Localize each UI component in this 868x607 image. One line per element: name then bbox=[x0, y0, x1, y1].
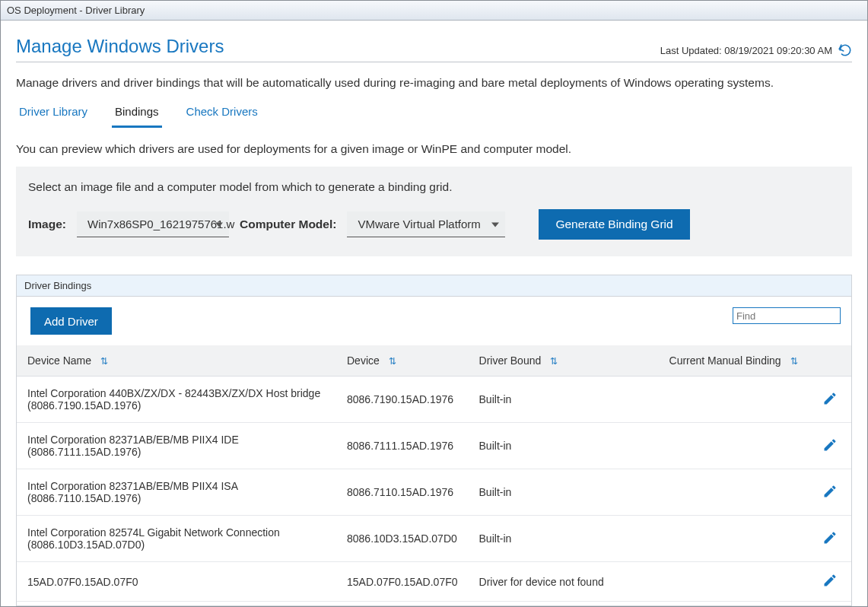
cell-edit bbox=[812, 562, 851, 602]
cell-driver-bound: Built-in bbox=[469, 469, 659, 516]
model-label: Computer Model: bbox=[240, 218, 336, 231]
generate-binding-grid-button[interactable]: Generate Binding Grid bbox=[539, 209, 689, 240]
app-window: OS Deployment - Driver Library Manage Wi… bbox=[0, 0, 868, 607]
cell-device-name: Intel Corporation 82574L Gigabit Network… bbox=[17, 516, 336, 562]
cell-device: 8086.7110.15AD.1976 bbox=[336, 469, 469, 516]
edit-icon[interactable] bbox=[822, 484, 838, 499]
driver-bindings-grid: Driver Bindings Add Driver Device Name ⇅ bbox=[16, 275, 852, 606]
window-title: OS Deployment - Driver Library bbox=[7, 5, 145, 16]
col-header-driver-bound[interactable]: Driver Bound ⇅ bbox=[469, 345, 659, 377]
cell-driver-bound: Built-in bbox=[469, 377, 659, 423]
table-row: 15AD.07F0.15AD.07F015AD.07F0.15AD.07F0Dr… bbox=[17, 562, 851, 602]
cell-device-name: Intel Corporation 82371AB/EB/MB PIIX4 IS… bbox=[17, 469, 336, 516]
sort-icon[interactable]: ⇅ bbox=[389, 356, 396, 367]
cell-device-name: Intel Corporation 82371AB/EB/MB PIIX4 ID… bbox=[17, 423, 336, 469]
sort-icon[interactable]: ⇅ bbox=[100, 356, 108, 367]
cell-device: 15AD.07F0.15AD.07F0 bbox=[336, 562, 469, 602]
col-header-device[interactable]: Device ⇅ bbox=[336, 345, 469, 377]
sort-icon[interactable]: ⇅ bbox=[790, 356, 798, 367]
table-row: Intel Corporation 82574L Gigabit Network… bbox=[17, 516, 851, 562]
tab-driver-library[interactable]: Driver Library bbox=[16, 100, 91, 128]
cell-device-name: 15AD.07F0.15AD.07F0 bbox=[17, 562, 336, 602]
cell-manual-binding bbox=[659, 516, 812, 562]
page-title: Manage Windows Drivers bbox=[16, 36, 224, 57]
table-row: Intel Corporation 82371AB/EB/MB PIIX4 ID… bbox=[17, 423, 851, 469]
cell-manual-binding bbox=[659, 423, 812, 469]
cell-device: 8086.7190.15AD.1976 bbox=[336, 377, 469, 423]
selector-row: Image: Win7x86SP0_1621975761.w Computer … bbox=[28, 209, 840, 240]
cell-driver-bound: Built-in bbox=[469, 423, 659, 469]
col-header-label: Device bbox=[347, 354, 380, 367]
cell-manual-binding bbox=[659, 562, 812, 602]
content-area: Manage Windows Drivers Last Updated: 08/… bbox=[1, 21, 867, 606]
cell-device: 8086.7111.15AD.1976 bbox=[336, 423, 469, 469]
table-scroll[interactable]: Device Name ⇅ Device ⇅ Driver Bound ⇅ bbox=[17, 345, 851, 605]
tab-bar: Driver Library Bindings Check Drivers bbox=[16, 100, 852, 129]
cell-edit bbox=[812, 423, 851, 469]
bindings-table: Device Name ⇅ Device ⇅ Driver Bound ⇅ bbox=[17, 345, 851, 602]
tab-check-drivers[interactable]: Check Drivers bbox=[183, 100, 261, 128]
col-header-label: Driver Bound bbox=[479, 354, 542, 367]
last-updated-text: Last Updated: 08/19/2021 09:20:30 AM bbox=[660, 45, 832, 56]
col-header-label: Current Manual Binding bbox=[669, 354, 781, 367]
caret-down-icon bbox=[215, 218, 223, 230]
image-dropdown-value: Win7x86SP0_1621975761.w bbox=[87, 218, 234, 230]
col-header-label: Device Name bbox=[27, 354, 91, 367]
edit-icon[interactable] bbox=[822, 573, 838, 588]
edit-icon[interactable] bbox=[822, 391, 838, 406]
cell-driver-bound: Built-in bbox=[469, 516, 659, 562]
table-row: Intel Corporation 82371AB/EB/MB PIIX4 IS… bbox=[17, 469, 851, 516]
image-label: Image: bbox=[28, 218, 66, 231]
find-input[interactable] bbox=[733, 307, 841, 324]
edit-icon[interactable] bbox=[822, 437, 838, 453]
cell-manual-binding bbox=[659, 469, 812, 516]
grid-header: Driver Bindings bbox=[17, 275, 851, 297]
sort-icon[interactable]: ⇅ bbox=[550, 356, 558, 367]
grid-toolbar: Add Driver bbox=[17, 297, 851, 345]
model-dropdown[interactable]: VMware Virtual Platform bbox=[347, 211, 505, 237]
tab-bindings[interactable]: Bindings bbox=[112, 100, 162, 128]
cell-edit bbox=[812, 516, 851, 562]
edit-icon[interactable] bbox=[822, 530, 838, 545]
cell-edit bbox=[812, 377, 851, 423]
refresh-icon[interactable] bbox=[838, 43, 852, 57]
bindings-description: You can preview which drivers are used f… bbox=[16, 142, 852, 156]
page-header: Manage Windows Drivers Last Updated: 08/… bbox=[16, 36, 852, 62]
selector-instruction: Select an image file and a computer mode… bbox=[28, 180, 840, 194]
table-row: Intel Corporation 440BX/ZX/DX - 82443BX/… bbox=[17, 377, 851, 423]
col-header-device-name[interactable]: Device Name ⇅ bbox=[17, 345, 336, 377]
svg-marker-1 bbox=[491, 222, 499, 227]
cell-device: 8086.10D3.15AD.07D0 bbox=[336, 516, 469, 562]
cell-edit bbox=[812, 469, 851, 516]
window-titlebar: OS Deployment - Driver Library bbox=[1, 1, 867, 21]
cell-driver-bound: Driver for device not found bbox=[469, 562, 659, 602]
add-driver-button[interactable]: Add Driver bbox=[30, 307, 112, 335]
model-dropdown-value: VMware Virtual Platform bbox=[358, 218, 480, 230]
last-updated: Last Updated: 08/19/2021 09:20:30 AM bbox=[660, 43, 852, 57]
image-dropdown[interactable]: Win7x86SP0_1621975761.w bbox=[77, 211, 229, 237]
caret-down-icon bbox=[491, 218, 499, 230]
selector-panel: Select an image file and a computer mode… bbox=[16, 167, 852, 256]
cell-device-name: Intel Corporation 440BX/ZX/DX - 82443BX/… bbox=[17, 377, 336, 423]
col-header-edit bbox=[812, 345, 851, 377]
cell-manual-binding bbox=[659, 377, 812, 423]
page-subtitle: Manage drivers and driver bindings that … bbox=[16, 76, 852, 90]
svg-marker-0 bbox=[215, 222, 223, 227]
table-header-row: Device Name ⇅ Device ⇅ Driver Bound ⇅ bbox=[17, 345, 851, 377]
col-header-manual-binding[interactable]: Current Manual Binding ⇅ bbox=[659, 345, 812, 377]
